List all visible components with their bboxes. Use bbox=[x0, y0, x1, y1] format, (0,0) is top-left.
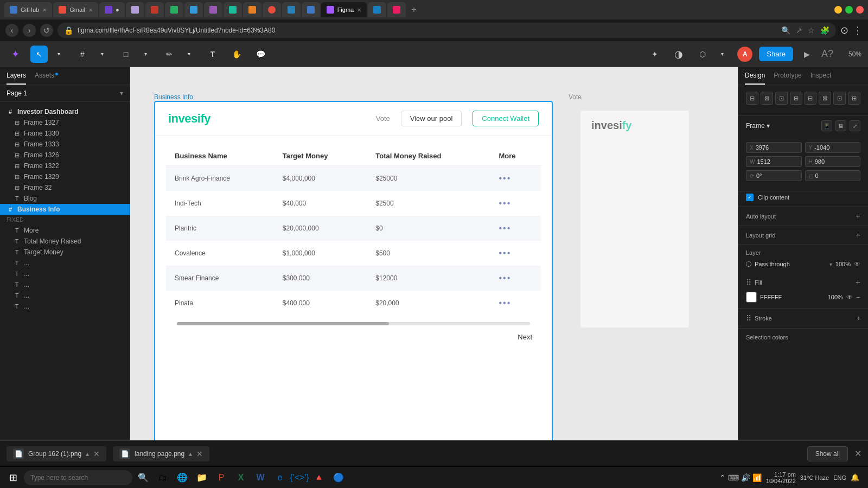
stroke-drag-handle[interactable]: ⠿ bbox=[746, 314, 751, 323]
layer-frame-1330[interactable]: ⊞ Frame 1330 bbox=[0, 128, 130, 139]
taskbar-ppt-icon[interactable]: P bbox=[213, 469, 230, 486]
next-button[interactable]: Next bbox=[509, 329, 541, 345]
layer-frame-1333[interactable]: ⊞ Frame 1333 bbox=[0, 139, 130, 150]
taskbar-chrome-icon[interactable]: 🌐 bbox=[174, 469, 191, 486]
publish-dropdown[interactable]: ▾ bbox=[713, 46, 731, 63]
align-right[interactable]: ⊡ bbox=[775, 92, 788, 105]
bookmark-icon[interactable]: ☆ bbox=[808, 26, 815, 35]
show-all-button[interactable]: Show all bbox=[807, 446, 848, 461]
more-dots-4[interactable]: ••• bbox=[499, 273, 511, 283]
frame-mobile-icon[interactable]: 📱 bbox=[821, 120, 832, 131]
vote-button[interactable]: Vote bbox=[376, 114, 390, 123]
file-expand-2[interactable]: ▴ bbox=[189, 450, 192, 458]
tab-new1[interactable] bbox=[368, 2, 386, 17]
align-left[interactable]: ⊟ bbox=[746, 92, 758, 105]
layer-fixed-target[interactable]: T Target Money bbox=[0, 247, 130, 258]
tab-10[interactable] bbox=[243, 2, 261, 17]
component-tool[interactable]: ✦ bbox=[646, 46, 663, 63]
window-close[interactable] bbox=[856, 6, 864, 14]
select-tool[interactable]: ↖ bbox=[30, 46, 48, 63]
more-dots-0[interactable]: ••• bbox=[499, 174, 511, 183]
layer-fixed-total[interactable]: T Total Money Raised bbox=[0, 236, 130, 247]
scrollbar-thumb[interactable] bbox=[177, 322, 389, 325]
taskbar-widgets-icon[interactable]: 🗂 bbox=[154, 469, 171, 486]
shape-dropdown[interactable]: ▾ bbox=[137, 46, 154, 63]
layer-frame-1327[interactable]: ⊞ Frame 1327 bbox=[0, 117, 130, 128]
layer-business-info[interactable]: # Business Info bbox=[0, 204, 130, 215]
fill-add-button[interactable]: + bbox=[856, 278, 860, 287]
taskbar-search-icon[interactable]: 🔍 bbox=[135, 469, 152, 486]
notification-icon[interactable]: 🔔 bbox=[851, 473, 859, 481]
visibility-toggle[interactable]: 👁 bbox=[854, 260, 860, 268]
tab-12[interactable] bbox=[282, 2, 301, 17]
start-button[interactable]: ⊞ bbox=[4, 469, 22, 486]
taskbar-search[interactable] bbox=[24, 470, 132, 485]
profile-icon[interactable]: ⊙ bbox=[840, 24, 848, 36]
tab-1[interactable]: GitHub ✕ bbox=[4, 2, 52, 17]
layer-blog[interactable]: T Blog bbox=[0, 193, 130, 204]
share-icon[interactable]: ↗ bbox=[796, 26, 802, 35]
fill-visibility-toggle[interactable]: 👁 bbox=[846, 293, 853, 301]
distribute-v[interactable]: ⊞ bbox=[848, 92, 860, 105]
taskbar-excel-icon[interactable]: X bbox=[232, 469, 250, 486]
hand-tool[interactable]: ✋ bbox=[228, 46, 245, 63]
layer-fixed-dots5[interactable]: T ... bbox=[0, 301, 130, 312]
tab-9[interactable] bbox=[224, 2, 242, 17]
tab-5[interactable] bbox=[145, 2, 164, 17]
fill-drag-handle[interactable]: ⠿ bbox=[746, 278, 751, 287]
back-button[interactable]: ‹ bbox=[5, 24, 18, 37]
taskbar-vlc-icon[interactable]: 🔺 bbox=[310, 469, 328, 486]
layer-frame-1326[interactable]: ⊞ Frame 1326 bbox=[0, 150, 130, 160]
tab-close-figma[interactable]: ✕ bbox=[357, 7, 361, 13]
taskbar-bluetooth-icon[interactable]: 🔵 bbox=[330, 469, 347, 486]
tab-4[interactable] bbox=[126, 2, 144, 17]
tray-up-icon[interactable]: ⌃ bbox=[719, 473, 726, 482]
align-bottom[interactable]: ⊠ bbox=[819, 92, 831, 105]
bottom-close-button[interactable]: ✕ bbox=[854, 448, 861, 459]
view-pool-button[interactable]: View our pool bbox=[401, 111, 462, 126]
tab-new2[interactable] bbox=[387, 2, 406, 17]
prototype-tab[interactable]: Prototype bbox=[774, 72, 801, 85]
corner-field[interactable]: ◻ 0 bbox=[805, 170, 861, 181]
taskbar-edge-icon[interactable]: e bbox=[271, 469, 289, 486]
tab-8[interactable] bbox=[204, 2, 222, 17]
theme-tool[interactable]: ◑ bbox=[670, 46, 687, 63]
url-bar[interactable]: 🔒 figma.com/file/fhAcFsiR8ea49uViv8SYLj/… bbox=[58, 23, 836, 38]
bottom-file-1[interactable]: 📄 Group 162 (1).png ▴ ✕ bbox=[7, 446, 106, 461]
forward-button[interactable]: › bbox=[23, 24, 36, 37]
page-selector[interactable]: Page 1 ▾ bbox=[0, 85, 130, 102]
taskbar-vscode-icon[interactable]: {'<>'} bbox=[291, 469, 308, 486]
shape-tool[interactable]: □ bbox=[117, 46, 135, 63]
play-button[interactable]: ▶ bbox=[800, 47, 815, 62]
new-tab-button[interactable]: + bbox=[407, 5, 420, 15]
taskbar-explorer-icon[interactable]: 📁 bbox=[193, 469, 210, 486]
tab-close-1[interactable]: ✕ bbox=[42, 7, 47, 13]
frame-tool[interactable]: # bbox=[74, 46, 91, 63]
more-dots-3[interactable]: ••• bbox=[499, 248, 511, 258]
frame-tool-dropdown[interactable]: ▾ bbox=[93, 46, 111, 63]
file-close-2[interactable]: ✕ bbox=[196, 450, 203, 458]
layer-investor-dashboard[interactable]: # Investor Dashboard bbox=[0, 106, 130, 117]
publish-tool[interactable]: ⬡ bbox=[694, 46, 711, 63]
pen-dropdown[interactable]: ▾ bbox=[180, 46, 197, 63]
align-center-v[interactable]: ⊟ bbox=[805, 92, 817, 105]
menu-icon[interactable]: ⋮ bbox=[853, 24, 863, 36]
search-icon[interactable]: 🔍 bbox=[781, 26, 790, 35]
layer-fixed-more[interactable]: T More bbox=[0, 225, 130, 236]
tray-keyboard-icon[interactable]: ⌨ bbox=[728, 473, 739, 482]
layer-frame-1329[interactable]: ⊞ Frame 1329 bbox=[0, 171, 130, 182]
x-field[interactable]: X 3976 bbox=[746, 142, 802, 153]
file-expand-1[interactable]: ▴ bbox=[86, 450, 89, 458]
comment-tool[interactable]: 💬 bbox=[252, 46, 269, 63]
extensions-icon[interactable]: 🧩 bbox=[820, 26, 829, 35]
more-dots-2[interactable]: ••• bbox=[499, 223, 511, 233]
distribute-h[interactable]: ⊡ bbox=[833, 92, 846, 105]
tab-figma[interactable]: Figma ✕ bbox=[321, 2, 367, 17]
taskbar-word-icon[interactable]: W bbox=[252, 469, 269, 486]
fill-remove-button[interactable]: − bbox=[856, 293, 860, 301]
layer-fixed-dots2[interactable]: T ... bbox=[0, 268, 130, 279]
inspect-tab[interactable]: Inspect bbox=[810, 72, 832, 85]
connect-wallet-button[interactable]: Connect Wallet bbox=[473, 111, 539, 126]
align-center-h[interactable]: ⊠ bbox=[761, 92, 773, 105]
layer-fixed-dots3[interactable]: T ... bbox=[0, 279, 130, 290]
